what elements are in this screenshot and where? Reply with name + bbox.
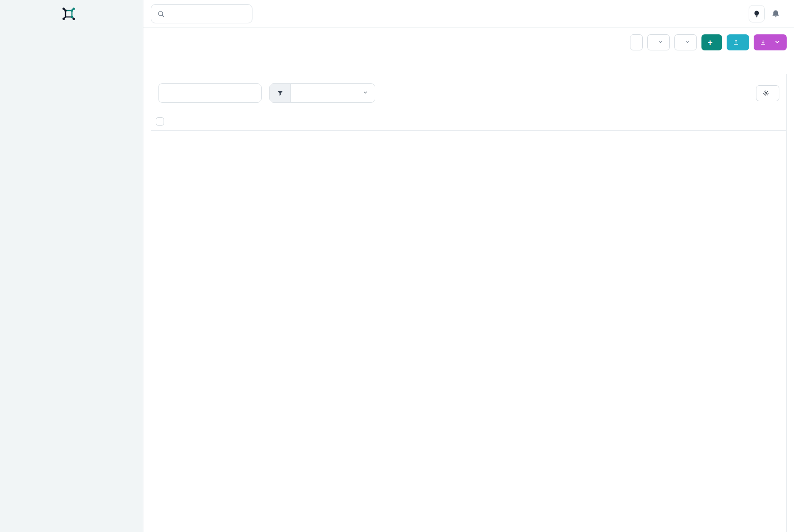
results-card bbox=[151, 74, 787, 532]
max-depth-dropdown[interactable] bbox=[647, 34, 670, 50]
quick-search-input[interactable] bbox=[158, 83, 262, 103]
filter-button[interactable] bbox=[270, 84, 291, 102]
upload-icon bbox=[733, 39, 739, 46]
gear-icon bbox=[762, 90, 769, 97]
saved-filter-group bbox=[269, 83, 375, 103]
chevron-down-icon bbox=[774, 38, 781, 47]
export-dropdown[interactable] bbox=[754, 34, 787, 50]
tabs bbox=[143, 55, 794, 74]
chevron-down-icon bbox=[362, 89, 368, 97]
sidebar bbox=[0, 0, 143, 532]
lightbulb-icon bbox=[753, 10, 761, 18]
table-controls bbox=[151, 74, 786, 113]
theme-toggle-button[interactable] bbox=[749, 5, 765, 22]
bell-icon bbox=[771, 9, 780, 18]
saved-filter-select[interactable] bbox=[291, 84, 375, 102]
import-button[interactable] bbox=[727, 34, 749, 50]
search-input[interactable] bbox=[170, 10, 246, 18]
hide-depth-indicators-button[interactable] bbox=[630, 34, 643, 50]
select-all-checkbox[interactable] bbox=[156, 117, 164, 126]
funnel-icon bbox=[277, 90, 284, 97]
netbox-logo-icon bbox=[61, 6, 78, 23]
toolbar: + bbox=[630, 34, 787, 50]
plus-icon: + bbox=[707, 38, 712, 47]
chevron-down-icon bbox=[684, 38, 690, 46]
chevron-down-icon bbox=[657, 38, 663, 46]
search-icon bbox=[157, 10, 165, 18]
download-icon bbox=[760, 39, 767, 46]
topbar bbox=[143, 0, 794, 28]
table-header-row bbox=[151, 113, 786, 131]
app: + bbox=[0, 0, 794, 532]
notifications-button[interactable] bbox=[771, 9, 780, 18]
max-length-dropdown[interactable] bbox=[674, 34, 697, 50]
add-button[interactable]: + bbox=[701, 34, 722, 50]
main: + bbox=[143, 0, 794, 532]
page-header: + bbox=[143, 28, 794, 55]
brand bbox=[0, 6, 143, 23]
prefixes-table bbox=[151, 113, 786, 131]
global-search[interactable] bbox=[151, 4, 252, 23]
configure-table-button[interactable] bbox=[756, 85, 779, 101]
